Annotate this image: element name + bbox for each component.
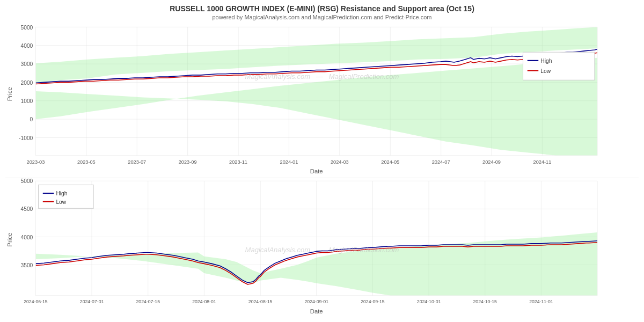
- charts-container: MagicalAnalysis.com — MagicalPrediction.…: [0, 21, 644, 322]
- svg-text:4000: 4000: [20, 235, 33, 240]
- svg-text:5000: 5000: [20, 179, 33, 185]
- svg-text:Date: Date: [310, 308, 323, 314]
- svg-text:Low: Low: [56, 199, 66, 205]
- svg-text:Price: Price: [6, 87, 13, 101]
- svg-text:4000: 4000: [20, 43, 33, 49]
- subtitle: powered by MagicalAnalysis.com and Magic…: [0, 14, 644, 20]
- svg-text:2024-09-15: 2024-09-15: [361, 299, 385, 305]
- svg-text:2024-11-01: 2024-11-01: [529, 299, 553, 305]
- svg-text:5000: 5000: [20, 25, 33, 31]
- svg-text:2024-07-15: 2024-07-15: [136, 299, 160, 305]
- svg-text:2024-03: 2024-03: [331, 159, 349, 165]
- main-title: RUSSELL 1000 GROWTH INDEX (E-MINI) (RSG)…: [0, 4, 644, 13]
- svg-text:2024-08-15: 2024-08-15: [248, 299, 273, 305]
- chart1-wrapper: MagicalAnalysis.com — MagicalPrediction.…: [5, 21, 639, 178]
- chart1-svg: 5000 4000 3000 2000 1000 0 -1000 Price 2…: [5, 21, 639, 178]
- svg-text:1000: 1000: [20, 98, 33, 104]
- svg-text:3500: 3500: [20, 262, 33, 268]
- svg-text:2024-11: 2024-11: [533, 159, 552, 165]
- svg-text:High: High: [540, 58, 552, 64]
- page-container: RUSSELL 1000 GROWTH INDEX (E-MINI) (RSG)…: [0, 0, 644, 322]
- svg-text:2024-06-15: 2024-06-15: [24, 299, 48, 305]
- svg-text:High: High: [56, 191, 67, 197]
- svg-text:3000: 3000: [20, 61, 33, 67]
- svg-text:Date: Date: [310, 168, 323, 174]
- chart2-wrapper: MagicalAnalysis.com — MagicalPrediction.…: [5, 178, 639, 321]
- svg-text:2024-10-01: 2024-10-01: [417, 299, 441, 305]
- svg-rect-44: [523, 52, 595, 80]
- svg-text:2023-09: 2023-09: [179, 159, 197, 165]
- svg-text:2000: 2000: [20, 79, 33, 85]
- svg-text:4500: 4500: [20, 207, 33, 213]
- svg-text:Price: Price: [6, 233, 13, 247]
- svg-text:2024-07: 2024-07: [432, 159, 450, 165]
- svg-text:2024-01: 2024-01: [280, 159, 298, 165]
- svg-text:2024-08-01: 2024-08-01: [192, 299, 216, 305]
- svg-text:-1000: -1000: [19, 135, 33, 141]
- svg-text:Low: Low: [540, 68, 551, 74]
- svg-text:0: 0: [30, 116, 33, 122]
- header: RUSSELL 1000 GROWTH INDEX (E-MINI) (RSG)…: [0, 0, 644, 21]
- svg-text:2023-11: 2023-11: [229, 159, 247, 165]
- svg-text:2023-05: 2023-05: [77, 159, 96, 165]
- svg-text:2023-07: 2023-07: [128, 159, 146, 165]
- svg-text:2024-09: 2024-09: [482, 159, 501, 165]
- svg-text:2024-09-01: 2024-09-01: [304, 299, 328, 305]
- svg-text:2024-05: 2024-05: [381, 159, 399, 165]
- svg-text:2024-10-15: 2024-10-15: [473, 299, 497, 305]
- svg-text:2024-07-01: 2024-07-01: [80, 299, 104, 305]
- svg-text:2023-03: 2023-03: [27, 159, 45, 165]
- chart2-svg: 5000 4500 4000 3500 Price 2024-06-15 202…: [5, 178, 639, 321]
